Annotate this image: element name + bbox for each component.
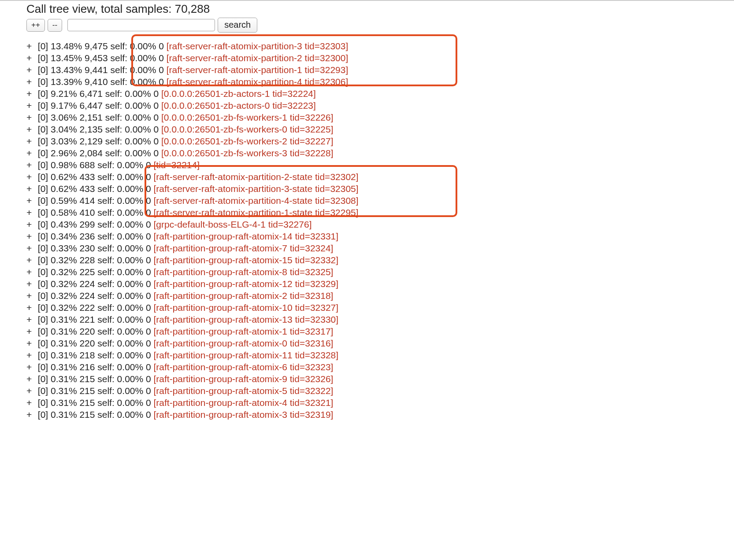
expand-all-button[interactable]: ++ <box>26 19 45 32</box>
tree-row[interactable]: + [0] 3.03% 2,129 self: 0.00% 0 [0.0.0.0… <box>26 136 734 147</box>
row-thread-label: [0.0.0.0:26501-zb-fs-workers-3 tid=32228… <box>161 148 333 158</box>
expand-icon[interactable]: + <box>26 52 35 64</box>
expand-icon[interactable]: + <box>26 171 35 183</box>
row-metrics: [0] 0.31% 220 self: 0.00% 0 <box>35 326 154 336</box>
row-metrics: [0] 0.33% 230 self: 0.00% 0 <box>35 243 154 253</box>
row-metrics: [0] 0.31% 215 self: 0.00% 0 <box>35 374 154 384</box>
expand-icon[interactable]: + <box>26 159 35 171</box>
expand-icon[interactable]: + <box>26 302 35 314</box>
row-metrics: [0] 0.62% 433 self: 0.00% 0 <box>35 184 154 194</box>
row-metrics: [0] 13.43% 9,441 self: 0.00% 0 <box>35 65 167 75</box>
tree-row[interactable]: + [0] 13.45% 9,453 self: 0.00% 0 [raft-s… <box>26 52 734 64</box>
tree-row[interactable]: + [0] 0.59% 414 self: 0.00% 0 [raft-serv… <box>26 195 734 207</box>
tree-row[interactable]: + [0] 9.21% 6,471 self: 0.00% 0 [0.0.0.0… <box>26 88 734 100</box>
expand-icon[interactable]: + <box>26 385 35 397</box>
row-thread-label: [raft-server-raft-atomix-partition-3-sta… <box>154 184 359 194</box>
expand-icon[interactable]: + <box>26 338 35 350</box>
row-thread-label: [raft-partition-group-raft-atomix-3 tid=… <box>154 409 334 420</box>
row-thread-label: [raft-server-raft-atomix-partition-1 tid… <box>167 65 348 75</box>
tree-row[interactable]: + [0] 0.32% 225 self: 0.00% 0 [raft-part… <box>26 266 734 278</box>
expand-icon[interactable]: + <box>26 254 35 266</box>
row-metrics: [0] 3.03% 2,129 self: 0.00% 0 <box>35 136 161 146</box>
tree-row[interactable]: + [0] 0.58% 410 self: 0.00% 0 [raft-serv… <box>26 207 734 219</box>
expand-icon[interactable]: + <box>26 112 35 124</box>
expand-icon[interactable]: + <box>26 314 35 326</box>
tree-row[interactable]: + [0] 0.32% 224 self: 0.00% 0 [raft-part… <box>26 290 734 302</box>
main-wrap: Call tree view, total samples: 70,288 ++… <box>0 2 734 421</box>
expand-icon[interactable]: + <box>26 361 35 373</box>
row-thread-label: [raft-partition-group-raft-atomix-1 tid=… <box>154 326 334 336</box>
tree-row[interactable]: + [0] 0.32% 224 self: 0.00% 0 [raft-part… <box>26 278 734 290</box>
expand-icon[interactable]: + <box>26 266 35 278</box>
expand-icon[interactable]: + <box>26 350 35 361</box>
tree-row[interactable]: + [0] 13.48% 9,475 self: 0.00% 0 [raft-s… <box>26 41 734 52</box>
expand-icon[interactable]: + <box>26 183 35 195</box>
tree-row[interactable]: + [0] 0.34% 236 self: 0.00% 0 [raft-part… <box>26 231 734 243</box>
expand-icon[interactable]: + <box>26 243 35 254</box>
tree-row[interactable]: + [0] 0.98% 688 self: 0.00% 0 [tid=32214… <box>26 159 734 171</box>
expand-icon[interactable]: + <box>26 290 35 302</box>
row-thread-label: [raft-server-raft-atomix-partition-2-sta… <box>154 172 359 182</box>
tree-row[interactable]: + [0] 0.31% 220 self: 0.00% 0 [raft-part… <box>26 338 734 350</box>
expand-icon[interactable]: + <box>26 373 35 385</box>
tree-row[interactable]: + [0] 0.32% 228 self: 0.00% 0 [raft-part… <box>26 254 734 266</box>
tree-row[interactable]: + [0] 0.31% 215 self: 0.00% 0 [raft-part… <box>26 409 734 421</box>
tree-row[interactable]: + [0] 0.31% 215 self: 0.00% 0 [raft-part… <box>26 385 734 397</box>
controls-row: ++ -- search <box>26 18 734 33</box>
row-metrics: [0] 0.31% 221 self: 0.00% 0 <box>35 314 154 324</box>
tree-row[interactable]: + [0] 0.31% 215 self: 0.00% 0 [raft-part… <box>26 397 734 409</box>
expand-icon[interactable]: + <box>26 41 35 52</box>
tree-row[interactable]: + [0] 0.43% 299 self: 0.00% 0 [grpc-defa… <box>26 219 734 231</box>
row-thread-label: [raft-partition-group-raft-atomix-8 tid=… <box>154 267 334 277</box>
page-title: Call tree view, total samples: 70,288 <box>26 2 734 16</box>
row-thread-label: [raft-server-raft-atomix-partition-3 tid… <box>167 41 348 51</box>
row-thread-label: [raft-partition-group-raft-atomix-15 tid… <box>154 255 339 265</box>
search-button[interactable]: search <box>218 18 257 33</box>
expand-icon[interactable]: + <box>26 136 35 147</box>
tree-row[interactable]: + [0] 0.31% 216 self: 0.00% 0 [raft-part… <box>26 361 734 373</box>
row-metrics: [0] 0.31% 215 self: 0.00% 0 <box>35 409 154 420</box>
row-thread-label: [0.0.0.0:26501-zb-fs-workers-2 tid=32227… <box>161 136 333 146</box>
row-thread-label: [raft-partition-group-raft-atomix-2 tid=… <box>154 291 334 301</box>
expand-icon[interactable]: + <box>26 231 35 243</box>
expand-icon[interactable]: + <box>26 219 35 231</box>
expand-icon[interactable]: + <box>26 64 35 76</box>
expand-icon[interactable]: + <box>26 147 35 159</box>
collapse-all-button[interactable]: -- <box>48 19 62 32</box>
row-thread-label: [raft-partition-group-raft-atomix-12 tid… <box>154 279 339 289</box>
tree-row[interactable]: + [0] 3.06% 2,151 self: 0.00% 0 [0.0.0.0… <box>26 112 734 124</box>
expand-icon[interactable]: + <box>26 76 35 88</box>
expand-icon[interactable]: + <box>26 88 35 100</box>
tree-row[interactable]: + [0] 13.39% 9,410 self: 0.00% 0 [raft-s… <box>26 76 734 88</box>
expand-icon[interactable]: + <box>26 397 35 409</box>
tree-row[interactable]: + [0] 0.32% 222 self: 0.00% 0 [raft-part… <box>26 302 734 314</box>
tree-row[interactable]: + [0] 0.33% 230 self: 0.00% 0 [raft-part… <box>26 243 734 254</box>
tree-row[interactable]: + [0] 0.62% 433 self: 0.00% 0 [raft-serv… <box>26 183 734 195</box>
expand-icon[interactable]: + <box>26 195 35 207</box>
expand-icon[interactable]: + <box>26 124 35 136</box>
row-metrics: [0] 0.32% 224 self: 0.00% 0 <box>35 279 154 289</box>
row-metrics: [0] 0.31% 215 self: 0.00% 0 <box>35 386 154 396</box>
row-thread-label: [raft-partition-group-raft-atomix-7 tid=… <box>154 243 334 253</box>
expand-icon[interactable]: + <box>26 100 35 112</box>
expand-icon[interactable]: + <box>26 326 35 338</box>
tree-row[interactable]: + [0] 13.43% 9,441 self: 0.00% 0 [raft-s… <box>26 64 734 76</box>
tree-row[interactable]: + [0] 3.04% 2,135 self: 0.00% 0 [0.0.0.0… <box>26 124 734 136</box>
row-metrics: [0] 0.34% 236 self: 0.00% 0 <box>35 231 154 241</box>
row-thread-label: [grpc-default-boss-ELG-4-1 tid=32276] <box>154 219 312 229</box>
tree-row[interactable]: + [0] 0.62% 433 self: 0.00% 0 [raft-serv… <box>26 171 734 183</box>
row-metrics: [0] 0.62% 433 self: 0.00% 0 <box>35 172 154 182</box>
top-separator <box>0 0 734 1</box>
row-metrics: [0] 13.48% 9,475 self: 0.00% 0 <box>35 41 167 51</box>
tree-row[interactable]: + [0] 9.17% 6,447 self: 0.00% 0 [0.0.0.0… <box>26 100 734 112</box>
expand-icon[interactable]: + <box>26 207 35 219</box>
tree-row[interactable]: + [0] 2.96% 2,084 self: 0.00% 0 [0.0.0.0… <box>26 147 734 159</box>
tree-row[interactable]: + [0] 0.31% 221 self: 0.00% 0 [raft-part… <box>26 314 734 326</box>
row-thread-label: [raft-server-raft-atomix-partition-4-sta… <box>154 195 359 206</box>
expand-icon[interactable]: + <box>26 278 35 290</box>
tree-row[interactable]: + [0] 0.31% 218 self: 0.00% 0 [raft-part… <box>26 350 734 361</box>
expand-icon[interactable]: + <box>26 409 35 421</box>
tree-row[interactable]: + [0] 0.31% 220 self: 0.00% 0 [raft-part… <box>26 326 734 338</box>
search-input[interactable] <box>67 19 215 31</box>
tree-row[interactable]: + [0] 0.31% 215 self: 0.00% 0 [raft-part… <box>26 373 734 385</box>
